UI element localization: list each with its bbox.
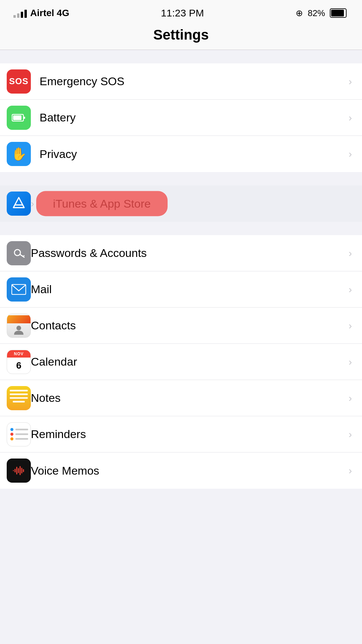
settings-item-contacts[interactable]: Contacts › (0, 308, 362, 344)
svg-rect-1 (13, 115, 21, 120)
battery-fill (331, 10, 344, 16)
reminder-line-3 (15, 438, 28, 440)
status-left: Airtel 4G (13, 8, 69, 18)
signal-bar-2 (17, 13, 19, 18)
battery-percent-label: 82% (308, 8, 325, 18)
chevron-icon: › (349, 429, 352, 440)
notes-line-2 (10, 393, 28, 395)
calendar-header: NOV (7, 350, 31, 358)
chevron-icon: › (31, 198, 34, 209)
mail-label: Mail (31, 283, 349, 296)
settings-item-battery[interactable]: Battery › (0, 100, 362, 136)
mail-icon (7, 277, 31, 302)
page-title: Settings (0, 27, 362, 43)
key-svg (12, 247, 25, 260)
settings-item-itunes-app-store[interactable]: iTunes & App Store › (0, 185, 362, 222)
settings-item-voice-memos[interactable]: Voice Memos › (0, 452, 362, 489)
battery-settings-icon (7, 106, 31, 130)
status-bar: Airtel 4G 11:23 PM ⊕ 82% (0, 0, 362, 23)
settings-item-emergency-sos[interactable]: SOS Emergency SOS › (0, 63, 362, 100)
calendar-icon: NOV 6 (7, 350, 31, 374)
group-gap-top (0, 50, 362, 63)
privacy-icon: ✋ (7, 142, 31, 166)
chevron-icon: › (349, 148, 352, 160)
appstore-svg (11, 196, 26, 211)
reminders-label: Reminders (31, 428, 349, 441)
passwords-icon (7, 241, 31, 265)
battery-body (330, 8, 347, 18)
settings-item-notes[interactable]: Notes › (0, 380, 362, 416)
appstore-icon (7, 192, 31, 216)
voice-memos-label: Voice Memos (31, 464, 349, 477)
calendar-month-label: NOV (14, 352, 23, 356)
battery-icon (330, 8, 349, 18)
settings-group-2: iTunes & App Store › (0, 185, 362, 222)
contacts-body (11, 323, 26, 336)
reminder-dot-red (10, 433, 13, 436)
notes-icon (7, 386, 31, 410)
location-icon: ⊕ (296, 8, 303, 18)
contacts-strip (7, 315, 31, 323)
battery-label: Battery (40, 111, 349, 124)
contacts-label: Contacts (31, 319, 349, 332)
chevron-icon: › (349, 320, 352, 331)
status-right: ⊕ 82% (296, 8, 349, 18)
highlight-pill-text: iTunes & App Store (53, 197, 151, 210)
svg-rect-2 (23, 117, 25, 119)
chevron-icon: › (349, 356, 352, 368)
group-gap-2 (0, 172, 362, 185)
reminder-line-1 (15, 429, 28, 430)
signal-bar-3 (21, 12, 23, 18)
calendar-body: 6 (16, 358, 21, 374)
settings-item-mail[interactable]: Mail › (0, 271, 362, 308)
reminder-row-3 (10, 437, 28, 440)
settings-header: Settings (0, 23, 362, 50)
chevron-icon: › (349, 392, 352, 404)
signal-bar-4 (24, 10, 27, 18)
settings-group-3: Passwords & Accounts › Mail › Contacts › (0, 235, 362, 489)
chevron-icon: › (349, 248, 352, 259)
emergency-sos-label: Emergency SOS (40, 75, 349, 88)
hand-icon: ✋ (11, 147, 27, 161)
notes-line-1 (10, 390, 28, 391)
settings-item-privacy[interactable]: ✋ Privacy › (0, 136, 362, 172)
signal-bar-1 (13, 15, 16, 18)
voicememos-svg (12, 464, 25, 477)
reminder-line-2 (15, 433, 28, 435)
carrier-label: Airtel 4G (30, 8, 69, 18)
battery-svg (12, 113, 26, 122)
privacy-label: Privacy (40, 148, 349, 161)
notes-line-3 (10, 397, 28, 399)
settings-group-1: SOS Emergency SOS › Battery › ✋ Privacy … (0, 63, 362, 172)
notes-line-4 (13, 401, 25, 402)
status-time: 11:23 PM (161, 7, 204, 19)
chevron-icon: › (349, 112, 352, 123)
svg-rect-8 (12, 284, 26, 294)
chevron-icon: › (349, 465, 352, 476)
sos-text: SOS (9, 76, 28, 87)
passwords-accounts-label: Passwords & Accounts (31, 247, 349, 260)
notes-label: Notes (31, 391, 349, 405)
calendar-label: Calendar (31, 355, 349, 368)
settings-item-passwords-accounts[interactable]: Passwords & Accounts › (0, 235, 362, 271)
chevron-icon: › (349, 76, 352, 87)
settings-item-reminders[interactable]: Reminders › (0, 416, 362, 452)
reminder-row-2 (10, 433, 28, 436)
group-gap-3 (0, 222, 362, 235)
reminder-row-1 (10, 428, 28, 431)
reminder-dot-blue (10, 428, 13, 431)
highlight-pill: iTunes & App Store (36, 191, 168, 216)
voice-memos-icon (7, 459, 31, 483)
emergency-sos-icon: SOS (7, 69, 31, 94)
svg-point-9 (16, 326, 21, 330)
settings-item-calendar[interactable]: NOV 6 Calendar › (0, 344, 362, 380)
calendar-day-label: 6 (16, 360, 21, 371)
signal-bars (13, 8, 27, 18)
chevron-icon: › (349, 284, 352, 295)
reminder-dot-orange (10, 437, 13, 440)
mail-svg (11, 284, 26, 295)
contacts-icon (7, 314, 31, 338)
svg-line-7 (23, 256, 24, 257)
reminders-icon (7, 422, 31, 446)
contacts-person-svg (13, 325, 25, 335)
